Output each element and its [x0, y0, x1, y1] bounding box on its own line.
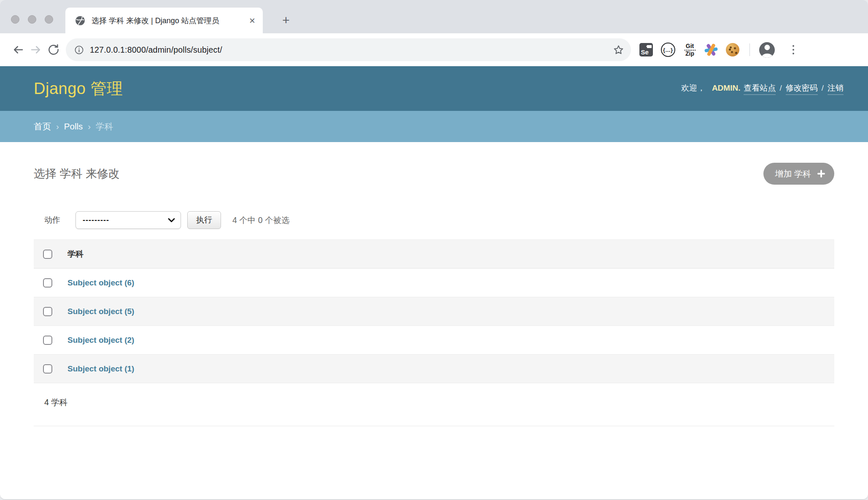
camera-glyph	[647, 45, 652, 48]
gitzip-extension-icon[interactable]: Git Zip	[682, 42, 698, 58]
logout-link[interactable]: 注销	[828, 83, 844, 95]
link-separator: /	[822, 83, 824, 93]
address-bar[interactable]: 127.0.0.1:8000/admin/polls/subject/	[66, 38, 631, 61]
user-tools: 欢迎， ADMIN. 查看站点 / 修改密码 / 注销	[681, 83, 844, 95]
forward-icon[interactable]	[27, 41, 45, 59]
cookie-glyph	[726, 43, 739, 56]
cookie-extension-icon[interactable]	[725, 42, 740, 58]
json-viewer-extension-icon[interactable]: {…}	[660, 42, 676, 58]
table-row: Subject object (6)	[34, 269, 834, 297]
breadcrumb-separator: ›	[56, 121, 59, 132]
browser-window: 选择 学科 来修改 | Django 站点管理员 × + 127.0.0.1:8…	[0, 0, 868, 500]
new-tab-button[interactable]: +	[278, 12, 294, 29]
view-site-link[interactable]: 查看站点	[744, 83, 776, 95]
extension-area: Se {…} Git Zip	[638, 42, 801, 58]
title-row: 选择 学科 来修改 增加 学科	[34, 162, 834, 185]
asterisk-extension-icon[interactable]	[704, 43, 718, 57]
action-select[interactable]: ---------	[75, 211, 181, 229]
tab-title: 选择 学科 来修改 | Django 站点管理员	[92, 15, 241, 26]
result-table: 学科 Subject object (6) Subject object (5)…	[34, 239, 834, 383]
table-header-row: 学科	[34, 240, 834, 269]
row-checkbox[interactable]	[43, 336, 52, 345]
back-icon[interactable]	[9, 41, 27, 59]
se-badge: Se	[639, 43, 653, 56]
selection-counter: 4 个中 0 个被选	[232, 215, 289, 226]
add-subject-button[interactable]: 增加 学科	[763, 163, 834, 185]
action-go-button[interactable]: 执行	[187, 211, 221, 229]
reload-icon[interactable]	[45, 41, 62, 59]
add-button-label: 增加 学科	[775, 168, 811, 180]
breadcrumb-home-link[interactable]: 首页	[34, 121, 51, 132]
tab-strip: 选择 学科 来修改 | Django 站点管理员 × +	[0, 0, 868, 33]
breadcrumb-app-link[interactable]: Polls	[64, 121, 83, 132]
site-name[interactable]: Django 管理	[34, 78, 123, 99]
zoom-window-button[interactable]	[45, 15, 53, 24]
subject-link[interactable]: Subject object (5)	[67, 307, 134, 316]
row-checkbox[interactable]	[43, 364, 52, 374]
admin-header: Django 管理 欢迎， ADMIN. 查看站点 / 修改密码 / 注销	[0, 66, 868, 111]
column-header: 学科	[67, 249, 84, 260]
breadcrumb-separator: ›	[88, 121, 91, 132]
bookmark-star-icon[interactable]	[613, 44, 624, 56]
table-row: Subject object (1)	[34, 355, 834, 383]
globe-favicon-icon	[75, 15, 86, 26]
page-title: 选择 学科 来修改	[34, 166, 120, 181]
browser-toolbar: 127.0.0.1:8000/admin/polls/subject/ Se {…	[0, 33, 868, 66]
row-checkbox[interactable]	[43, 278, 52, 288]
minimize-window-button[interactable]	[28, 15, 36, 24]
traffic-lights	[11, 15, 53, 24]
change-password-link[interactable]: 修改密码	[786, 83, 818, 95]
changelist-page: 选择 学科 来修改 增加 学科 动作 --------- 执行 4 个中 0 个…	[0, 162, 868, 426]
subject-link[interactable]: Subject object (6)	[67, 278, 134, 288]
braces-glyph: {…}	[661, 43, 675, 57]
site-info-icon[interactable]	[74, 45, 84, 55]
paginator: 4 学科	[34, 383, 834, 426]
selenium-recorder-extension-icon[interactable]: Se	[638, 42, 654, 58]
table-row: Subject object (2)	[34, 326, 834, 355]
browser-tab[interactable]: 选择 学科 来修改 | Django 站点管理员 ×	[65, 8, 263, 33]
url-text[interactable]: 127.0.0.1:8000/admin/polls/subject/	[90, 45, 607, 55]
close-window-button[interactable]	[11, 15, 19, 24]
select-all-checkbox[interactable]	[43, 250, 52, 259]
browser-menu-icon[interactable]	[786, 45, 801, 55]
gitzip-wordmark: Git Zip	[685, 43, 695, 56]
subject-link[interactable]: Subject object (1)	[67, 364, 134, 374]
tab-close-icon[interactable]: ×	[247, 15, 258, 26]
username: ADMIN.	[712, 83, 741, 93]
chevron-down-icon	[168, 218, 175, 223]
subject-link[interactable]: Subject object (2)	[67, 336, 134, 345]
breadcrumb-current: 学科	[96, 121, 113, 132]
welcome-text: 欢迎，	[681, 83, 705, 94]
se-label: Se	[641, 48, 649, 56]
row-checkbox[interactable]	[43, 307, 52, 316]
table-row: Subject object (5)	[34, 297, 834, 326]
actions-bar: 动作 --------- 执行 4 个中 0 个被选	[34, 211, 834, 229]
action-label: 动作	[44, 215, 60, 226]
toolbar-divider	[749, 43, 750, 56]
breadcrumb: 首页 › Polls › 学科	[0, 111, 868, 142]
plus-icon	[817, 170, 825, 177]
action-select-value: ---------	[83, 216, 109, 225]
profile-avatar[interactable]	[759, 42, 775, 58]
link-separator: /	[779, 83, 782, 93]
